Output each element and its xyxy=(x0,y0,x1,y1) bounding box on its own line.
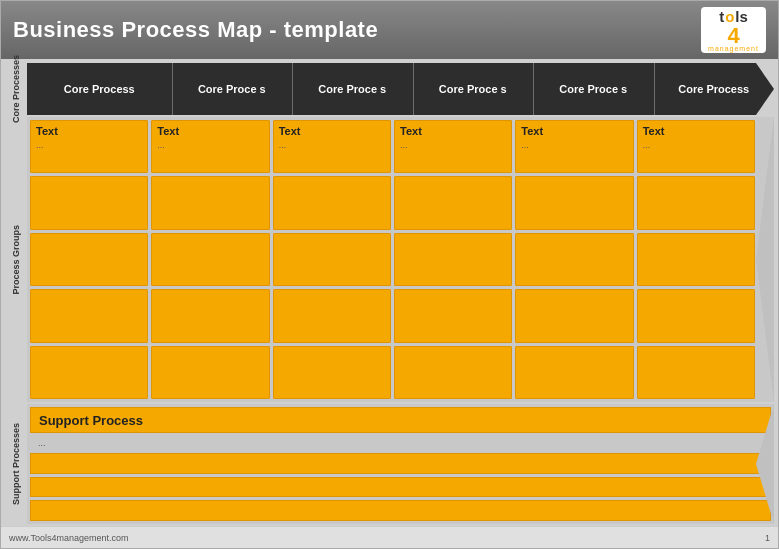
process-groups-label-container: Process Groups xyxy=(5,117,27,402)
support-bar-2 xyxy=(30,477,771,498)
core-process-item-2: Core Proce s xyxy=(292,63,412,115)
footer-website: www.Tools4management.com xyxy=(9,533,129,543)
pg-header-0: Text ... xyxy=(30,120,148,173)
pg-cell-r3c2 xyxy=(273,233,391,286)
page-title: Business Process Map - template xyxy=(13,17,378,43)
support-sub-row: ... xyxy=(30,436,771,450)
footer: www.Tools4management.com 1 xyxy=(1,526,778,548)
process-groups-grid-wrapper: Text ... Text ... Text ... Text ... xyxy=(27,117,774,402)
support-processes-section: Support Processes Support Process ... xyxy=(5,404,774,524)
core-processes-section: Core Processes Core Process Core Proce s… xyxy=(5,63,774,115)
pg-cell-r4c3 xyxy=(394,289,512,342)
logo-sub: management xyxy=(708,45,759,52)
pg-cell-r4c4 xyxy=(515,289,633,342)
support-header-row: Support Process xyxy=(30,407,771,433)
pg-cell-r4c5 xyxy=(637,289,755,342)
pg-cell-r2c0 xyxy=(30,176,148,229)
pg-cell-r4c2 xyxy=(273,289,391,342)
core-process-item-3: Core Proce s xyxy=(413,63,533,115)
pg-cell-r3c3 xyxy=(394,233,512,286)
process-groups-side-label: Process Groups xyxy=(11,225,21,295)
core-process-item-0: Core Process xyxy=(27,63,172,115)
pg-cell-r4c0 xyxy=(30,289,148,342)
support-processes-label-container: Support Processes xyxy=(5,404,27,524)
pg-header-5: Text ... xyxy=(637,120,755,173)
pg-cell-r5c5 xyxy=(637,346,755,399)
pg-cell-r3c5 xyxy=(637,233,755,286)
pg-cell-r3c0 xyxy=(30,233,148,286)
pg-cell-r4c1 xyxy=(151,289,269,342)
support-processes-side-label: Support Processes xyxy=(11,423,21,505)
pg-cell-r5c1 xyxy=(151,346,269,399)
support-bar-3 xyxy=(30,500,771,521)
pg-cell-r3c4 xyxy=(515,233,633,286)
support-bars xyxy=(30,453,771,521)
support-content: Support Process ... xyxy=(27,404,774,524)
pg-header-2: Text ... xyxy=(273,120,391,173)
pg-cell-r3c1 xyxy=(151,233,269,286)
support-bar-1 xyxy=(30,453,771,474)
process-groups-grid: Text ... Text ... Text ... Text ... xyxy=(30,120,771,399)
main-content: Core Processes Core Process Core Proce s… xyxy=(1,59,778,526)
process-groups-section: Process Groups Text ... Text ... Text xyxy=(5,117,774,402)
footer-page-number: 1 xyxy=(765,533,770,543)
core-process-bar: Core Process Core Proce s Core Proce s C… xyxy=(27,63,774,115)
core-process-item-5: Core Process xyxy=(654,63,774,115)
header: Business Process Map - template t o ls 4… xyxy=(1,1,778,59)
pg-cell-r2c5 xyxy=(637,176,755,229)
core-processes-label-container: Core Processes xyxy=(5,63,27,115)
core-process-item-1: Core Proce s xyxy=(172,63,292,115)
pg-cell-r5c2 xyxy=(273,346,391,399)
pg-header-3: Text ... xyxy=(394,120,512,173)
pg-cell-r2c1 xyxy=(151,176,269,229)
pg-cell-r2c4 xyxy=(515,176,633,229)
support-header-label: Support Process xyxy=(39,413,143,428)
pg-header-4: Text ... xyxy=(515,120,633,173)
main-frame: Business Process Map - template t o ls 4… xyxy=(0,0,779,549)
pg-cell-r5c4 xyxy=(515,346,633,399)
pg-cell-r2c2 xyxy=(273,176,391,229)
pg-cell-r5c3 xyxy=(394,346,512,399)
pg-cell-r5c0 xyxy=(30,346,148,399)
pg-header-1: Text ... xyxy=(151,120,269,173)
support-sub-text: ... xyxy=(38,438,46,448)
core-process-item-4: Core Proce s xyxy=(533,63,653,115)
pg-cell-r2c3 xyxy=(394,176,512,229)
logo: t o ls 4 management xyxy=(701,7,766,53)
core-processes-side-label: Core Processes xyxy=(11,55,21,123)
